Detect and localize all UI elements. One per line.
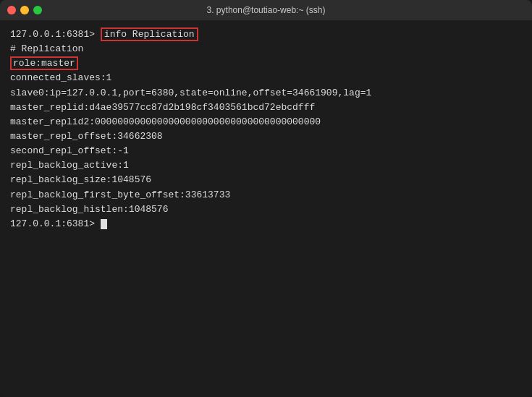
command-highlight: info Replication bbox=[101, 27, 198, 41]
terminal-line-second-repl-offset: second_repl_offset:-1 bbox=[10, 144, 522, 158]
role-highlight: role:master bbox=[10, 56, 78, 70]
minimize-button[interactable] bbox=[20, 6, 29, 14]
terminal-line-role: role:master bbox=[10, 56, 522, 71]
terminal-line-prompt2: 127.0.0.1:6381> bbox=[10, 217, 522, 231]
terminal-line-repl-backlog-active: repl_backlog_active:1 bbox=[10, 158, 522, 173]
terminal-line-repl-backlog-size: repl_backlog_size:1048576 bbox=[10, 173, 522, 187]
terminal-line-slave0: slave0:ip=127.0.0.1,port=6380,state=onli… bbox=[10, 86, 522, 101]
terminal-body[interactable]: 127.0.0.1:6381> info Replication # Repli… bbox=[0, 20, 532, 397]
terminal-line-connected-slaves: connected_slaves:1 bbox=[10, 71, 522, 85]
terminal-line-master-replid2: master_replid2:0000000000000000000000000… bbox=[10, 115, 522, 129]
close-button[interactable] bbox=[7, 6, 16, 14]
window-title: 3. python@toutiao-web:~ (ssh) bbox=[207, 5, 326, 15]
terminal-line-section: # Replication bbox=[10, 42, 522, 56]
terminal-window: 3. python@toutiao-web:~ (ssh) 127.0.0.1:… bbox=[0, 0, 532, 397]
titlebar: 3. python@toutiao-web:~ (ssh) bbox=[0, 0, 532, 20]
prompt-prefix: 127.0.0.1:6381> bbox=[10, 29, 101, 40]
terminal-line-repl-backlog-first-byte: repl_backlog_first_byte_offset:33613733 bbox=[10, 188, 522, 202]
terminal-line-prompt1: 127.0.0.1:6381> info Replication bbox=[10, 27, 522, 42]
terminal-line-master-replid: master_replid:d4ae39577cc87d2b198cf34035… bbox=[10, 101, 522, 115]
terminal-line-repl-backlog-histlen: repl_backlog_histlen:1048576 bbox=[10, 202, 522, 217]
terminal-line-master-repl-offset: master_repl_offset:34662308 bbox=[10, 129, 522, 144]
cursor bbox=[101, 219, 107, 229]
traffic-lights bbox=[7, 6, 42, 14]
maximize-button[interactable] bbox=[33, 6, 42, 14]
